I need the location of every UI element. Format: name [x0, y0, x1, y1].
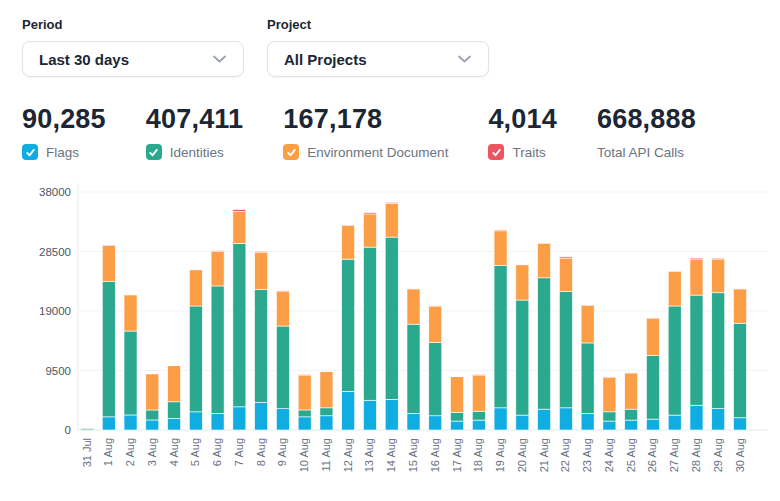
bar-segment-flags[interactable]: [320, 416, 333, 430]
bar-segment-identities[interactable]: [538, 278, 551, 409]
bar-segment-identities[interactable]: [385, 237, 398, 399]
bar-segment-environment-document[interactable]: [124, 295, 137, 331]
bar-segment-flags[interactable]: [690, 405, 703, 430]
bar-segment-environment-document[interactable]: [363, 214, 376, 247]
bar-segment-environment-document[interactable]: [233, 211, 246, 243]
bar-segment-environment-document[interactable]: [603, 377, 616, 412]
bar-segment-identities[interactable]: [668, 306, 681, 415]
bar-segment-identities[interactable]: [320, 408, 333, 416]
bar-segment-flags[interactable]: [472, 420, 485, 430]
bar-segment-flags[interactable]: [168, 418, 181, 430]
bar-segment-traits[interactable]: [690, 258, 703, 260]
bar-segment-identities[interactable]: [603, 412, 616, 421]
bar-segment-identities[interactable]: [690, 295, 703, 405]
environment-document-checkbox[interactable]: [283, 144, 299, 160]
bar-segment-environment-document[interactable]: [146, 374, 159, 410]
bar-segment-identities[interactable]: [255, 290, 268, 403]
bar-segment-flags[interactable]: [276, 409, 289, 430]
bar-segment-environment-document[interactable]: [168, 365, 181, 401]
bar-segment-flags[interactable]: [603, 421, 616, 430]
bar-segment-identities[interactable]: [211, 286, 224, 413]
bar-segment-identities[interactable]: [429, 342, 442, 415]
bar-segment-traits[interactable]: [385, 202, 398, 203]
bar-segment-flags[interactable]: [625, 420, 638, 430]
bar-segment-traits[interactable]: [494, 230, 507, 231]
bar-segment-environment-document[interactable]: [407, 289, 420, 324]
bar-segment-environment-document[interactable]: [494, 231, 507, 265]
bar-segment-identities[interactable]: [734, 323, 747, 418]
bar-segment-flags[interactable]: [581, 413, 594, 430]
bar-segment-identities[interactable]: [494, 265, 507, 408]
bar-segment-flags[interactable]: [298, 417, 311, 430]
bar-segment-environment-document[interactable]: [646, 319, 659, 356]
bar-segment-identities[interactable]: [516, 300, 529, 415]
flags-checkbox[interactable]: [22, 144, 38, 160]
bar-segment-identities[interactable]: [407, 324, 420, 413]
bar-segment-environment-document[interactable]: [102, 245, 115, 281]
bar-segment-environment-document[interactable]: [538, 243, 551, 277]
bar-segment-flags[interactable]: [516, 415, 529, 430]
bar-segment-identities[interactable]: [276, 326, 289, 409]
bar-segment-environment-document[interactable]: [625, 373, 638, 409]
bar-segment-environment-document[interactable]: [668, 271, 681, 306]
bar-segment-environment-document[interactable]: [298, 375, 311, 410]
bar-segment-flags[interactable]: [189, 412, 202, 430]
bar-segment-environment-document[interactable]: [276, 291, 289, 326]
bar-segment-identities[interactable]: [102, 282, 115, 417]
bar-segment-identities[interactable]: [342, 259, 355, 391]
bar-segment-environment-document[interactable]: [581, 305, 594, 343]
bar-segment-identities[interactable]: [451, 412, 464, 421]
project-select[interactable]: All Projects: [267, 41, 489, 77]
bar-segment-flags[interactable]: [712, 409, 725, 430]
bar-segment-traits[interactable]: [233, 210, 246, 212]
bar-segment-environment-document[interactable]: [255, 252, 268, 290]
bar-segment-traits[interactable]: [363, 213, 376, 214]
bar-segment-identities[interactable]: [168, 402, 181, 419]
bar-segment-environment-document[interactable]: [734, 289, 747, 323]
bar-segment-identities[interactable]: [625, 409, 638, 420]
bar-segment-identities[interactable]: [646, 356, 659, 420]
bar-segment-identities[interactable]: [581, 343, 594, 414]
bar-segment-flags[interactable]: [102, 417, 115, 430]
bar-segment-flags[interactable]: [407, 413, 420, 430]
bar-segment-environment-document[interactable]: [342, 225, 355, 259]
bar-segment-identities[interactable]: [146, 410, 159, 420]
bar-segment-environment-document[interactable]: [712, 259, 725, 293]
bar-segment-environment-document[interactable]: [429, 306, 442, 342]
bar-segment-environment-document[interactable]: [211, 252, 224, 286]
bar-segment-traits[interactable]: [712, 258, 725, 259]
bar-segment-environment-document[interactable]: [451, 376, 464, 412]
period-select[interactable]: Last 30 days: [22, 41, 244, 77]
bar-segment-identities[interactable]: [124, 331, 137, 415]
bar-segment-identities[interactable]: [712, 293, 725, 409]
bar-segment-environment-document[interactable]: [189, 270, 202, 306]
bar-segment-flags[interactable]: [451, 421, 464, 430]
bar-segment-flags[interactable]: [255, 402, 268, 430]
identities-checkbox[interactable]: [146, 144, 162, 160]
bar-segment-flags[interactable]: [124, 415, 137, 430]
bar-segment-flags[interactable]: [342, 391, 355, 430]
bar-segment-traits[interactable]: [559, 257, 572, 258]
bar-segment-flags[interactable]: [233, 407, 246, 430]
bar-segment-flags[interactable]: [646, 419, 659, 430]
bar-segment-flags[interactable]: [211, 413, 224, 430]
bar-segment-environment-document[interactable]: [385, 203, 398, 237]
bar-segment-identities[interactable]: [363, 247, 376, 400]
bar-segment-flags[interactable]: [559, 408, 572, 430]
bar-segment-flags[interactable]: [538, 409, 551, 430]
bar-segment-identities[interactable]: [472, 411, 485, 420]
bar-segment-traits[interactable]: [211, 251, 224, 252]
bar-segment-identities[interactable]: [298, 410, 311, 417]
bar-segment-flags[interactable]: [494, 408, 507, 430]
traits-checkbox[interactable]: [488, 144, 504, 160]
bar-segment-flags[interactable]: [429, 416, 442, 430]
bar-segment-environment-document[interactable]: [472, 375, 485, 411]
bar-segment-flags[interactable]: [668, 415, 681, 430]
bar-segment-flags[interactable]: [734, 418, 747, 430]
bar-segment-traits[interactable]: [646, 318, 659, 319]
bar-segment-environment-document[interactable]: [559, 258, 572, 292]
bar-segment-identities[interactable]: [233, 243, 246, 406]
bar-segment-flags[interactable]: [363, 400, 376, 430]
bar-segment-flags[interactable]: [385, 399, 398, 430]
bar-segment-environment-document[interactable]: [516, 265, 529, 300]
